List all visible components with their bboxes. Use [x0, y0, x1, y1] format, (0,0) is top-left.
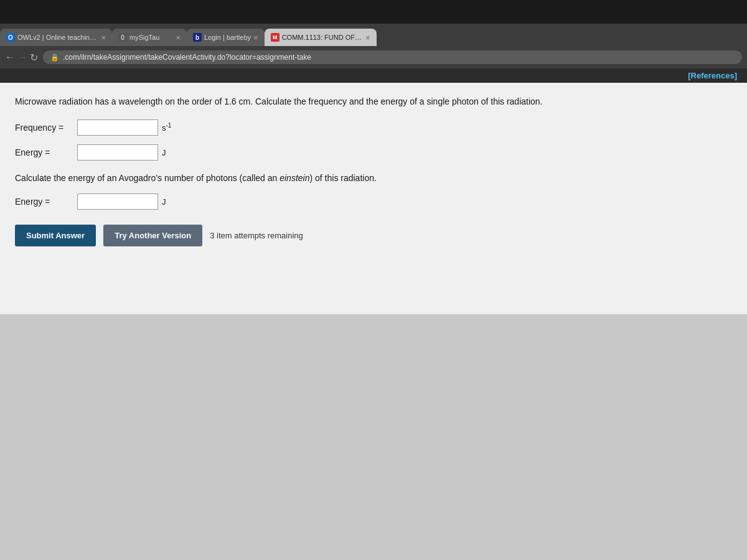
energy-label-1: Energy =: [15, 147, 77, 157]
address-bar-row: ← → ↻ 🔒 .com/ilrn/takeAssignment/takeCov…: [0, 46, 747, 68]
tab-bartleby[interactable]: b Login | bartleby ×: [187, 29, 265, 46]
section2-after: ) of this radiation.: [309, 173, 376, 183]
address-bar[interactable]: 🔒 .com/ilrn/takeAssignment/takeCovalentA…: [43, 50, 742, 64]
energy-input-1[interactable]: [77, 144, 158, 161]
attempts-text: 3 item attempts remaining: [210, 231, 303, 240]
tab-close-owlv2[interactable]: ×: [101, 33, 106, 42]
tab-favicon-bartleby: b: [193, 33, 202, 42]
attempts-count: 3: [210, 231, 214, 240]
energy-label-2: Energy =: [15, 197, 77, 207]
forward-icon[interactable]: →: [17, 52, 27, 63]
energy-unit-2: J: [162, 197, 166, 207]
nav-buttons: ← → ↻: [5, 52, 38, 63]
attempts-label-text: item attempts remaining: [217, 231, 303, 240]
tab-title-mysig: mySigTau: [129, 34, 173, 41]
energy-input-2[interactable]: [77, 194, 158, 210]
browser-chrome: O OWLv2 | Online teaching and × 0 mySigT…: [0, 24, 747, 68]
tab-title-bartleby: Login | bartleby: [204, 34, 251, 41]
frequency-label: Frequency =: [15, 123, 77, 133]
tab-close-mysig[interactable]: ×: [176, 33, 181, 42]
tab-close-comm[interactable]: ×: [365, 33, 370, 42]
tab-title-comm: COMM.1113: FUND OF ORA: [282, 34, 363, 41]
content-area: [References] Microwave radiation has a w…: [0, 68, 747, 314]
button-area: Submit Answer Try Another Version 3 item…: [15, 225, 732, 246]
frequency-input[interactable]: [77, 119, 158, 136]
tab-bar: O OWLv2 | Online teaching and × 0 mySigT…: [0, 24, 747, 46]
url-text: .com/ilrn/takeAssignment/takeCovalentAct…: [63, 53, 311, 62]
tab-comm[interactable]: M COMM.1113: FUND OF ORA ×: [265, 29, 377, 46]
question-text: Microwave radiation has a wavelength on …: [15, 95, 732, 108]
try-another-button[interactable]: Try Another Version: [103, 225, 202, 246]
tab-favicon-owlv2: O: [6, 33, 15, 42]
energy-unit-1: J: [162, 148, 166, 157]
tab-title-owlv2: OWLv2 | Online teaching and: [17, 34, 98, 41]
submit-button[interactable]: Submit Answer: [15, 225, 96, 246]
lock-icon: 🔒: [50, 54, 59, 62]
tab-close-bartleby[interactable]: ×: [253, 33, 258, 42]
section2-text: Calculate the energy of an Avogadro’s nu…: [15, 172, 732, 185]
reload-icon[interactable]: ↻: [30, 52, 38, 63]
references-bar[interactable]: [References]: [0, 68, 747, 83]
tab-favicon-mysig: 0: [118, 33, 127, 42]
tab-mysig[interactable]: 0 mySigTau ×: [112, 29, 187, 46]
tab-owlv2[interactable]: O OWLv2 | Online teaching and ×: [0, 29, 112, 46]
bottom-area: [0, 314, 747, 560]
tab-favicon-comm: M: [271, 33, 280, 42]
energy-field-row-2: Energy = J: [15, 194, 732, 210]
references-label: [References]: [688, 71, 737, 80]
section2-before: Calculate the energy of an Avogadro’s nu…: [15, 173, 280, 183]
energy-field-row-1: Energy = J: [15, 144, 732, 161]
frequency-field-row: Frequency = s-1: [15, 119, 732, 136]
main-content: Microwave radiation has a wavelength on …: [0, 83, 747, 259]
top-bar: [0, 0, 747, 24]
back-icon[interactable]: ←: [5, 52, 15, 63]
section2-italic: einstein: [280, 173, 309, 183]
frequency-unit: s-1: [162, 122, 171, 133]
